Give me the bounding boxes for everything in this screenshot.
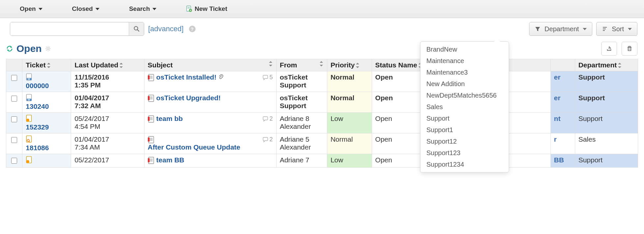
subject-cell[interactable]: After Custom Queue Update2 <box>144 133 276 154</box>
ticket-number-cell[interactable]: 181086 <box>22 133 71 154</box>
nav-search-label: Search <box>129 5 150 12</box>
ticket-number-cell[interactable]: 130240 <box>22 92 71 113</box>
queue-header: Open <box>0 40 644 59</box>
toolbar: [advanced] ? Department Sort <box>0 18 644 40</box>
thread-count: 2 <box>262 115 273 122</box>
subject-cell[interactable]: osTicket Installed!5 <box>144 71 276 92</box>
priority-flag-icon <box>148 157 154 164</box>
delete-button[interactable] <box>622 42 637 56</box>
column-ticket[interactable]: Ticket <box>22 59 71 71</box>
department-menu-item[interactable]: New Addition <box>420 78 509 90</box>
department-menu-item[interactable]: Support12 <box>420 136 509 147</box>
subject-link[interactable]: osTicket Installed! <box>156 73 217 81</box>
table-row: 18108601/04/20177:34 AMAfter Custom Queu… <box>6 133 638 154</box>
export-button[interactable] <box>601 42 617 56</box>
subject-cell[interactable]: team bb2 <box>144 113 276 133</box>
last-updated-cell: 01/04/20177:34 AM <box>71 133 144 154</box>
nav-closed[interactable]: Closed <box>72 5 99 12</box>
department-menu-item[interactable]: BrandNew <box>420 44 509 55</box>
department-cell: Sales <box>575 133 638 154</box>
row-checkbox-cell <box>6 71 22 92</box>
department-cell: Support <box>575 92 638 113</box>
department-menu-item[interactable]: Support <box>420 113 509 124</box>
department-filter-label: Department <box>545 25 579 33</box>
department-menu-item[interactable]: Maintenance3 <box>420 67 509 78</box>
ticket-type-icon <box>26 94 33 101</box>
subject-link[interactable]: team BB <box>156 156 184 164</box>
row-checkbox[interactable] <box>11 137 17 143</box>
department-menu-item[interactable]: Sales <box>420 101 509 113</box>
department-menu-item[interactable]: Support1234 <box>420 159 509 168</box>
column-from[interactable]: From <box>276 59 327 71</box>
subject-link[interactable]: team bb <box>156 115 183 122</box>
caret-down-icon <box>95 8 99 10</box>
sort-arrows-icon <box>120 63 123 68</box>
row-checkbox-cell <box>6 154 22 168</box>
advanced-search-link[interactable]: [advanced] <box>148 25 184 33</box>
department-menu-item[interactable]: NewDept5Matches5656 <box>420 90 509 101</box>
sort-button-label: Sort <box>612 25 624 33</box>
search-input[interactable] <box>10 22 129 35</box>
caret-down-icon <box>583 28 587 30</box>
table-row: 05/22/2017team BBAdriane 7LowOpenBBSuppo… <box>6 154 638 168</box>
gear-icon[interactable] <box>45 46 51 52</box>
from-cell: Adriane 8Alexander <box>276 113 327 133</box>
row-checkbox[interactable] <box>11 96 17 102</box>
nav-open[interactable]: Open <box>20 5 42 12</box>
queue-title: Open <box>16 43 42 54</box>
from-cell: Adriane 7 <box>276 154 327 168</box>
sort-arrows-icon <box>47 63 51 68</box>
ticket-number-cell[interactable]: 152329 <box>22 113 71 133</box>
assignee-cell-partial: er <box>550 71 575 92</box>
priority-flag-icon <box>148 136 154 143</box>
nav-new-ticket[interactable]: New Ticket <box>186 5 227 12</box>
assignee-cell-partial: er <box>550 92 575 113</box>
funnel-icon <box>535 26 541 32</box>
sort-arrows-icon <box>320 61 324 66</box>
subject-link[interactable]: After Custom Queue Update <box>148 143 240 151</box>
department-filter-button[interactable]: Department <box>529 22 593 36</box>
nav-search[interactable]: Search <box>129 5 156 12</box>
column-priority[interactable]: Priority <box>327 59 372 71</box>
column-subject[interactable]: Subject <box>144 59 276 71</box>
help-icon[interactable]: ? <box>189 26 196 32</box>
column-checkbox <box>6 59 22 71</box>
priority-cell: Normal <box>327 133 372 154</box>
department-menu-item[interactable]: Maintenance <box>420 55 509 67</box>
subject-cell[interactable]: osTicket Upgraded! <box>144 92 276 113</box>
priority-cell: Normal <box>327 71 372 92</box>
table-row: 00000011/15/20161:35 PMosTicket Installe… <box>6 71 638 92</box>
assignee-cell-partial: BB <box>550 154 575 168</box>
ticket-type-icon <box>26 115 33 122</box>
row-checkbox[interactable] <box>11 158 17 164</box>
trash-icon <box>627 46 632 52</box>
priority-cell: Low <box>327 154 372 168</box>
priority-flag-icon <box>148 74 154 81</box>
column-last-updated[interactable]: Last Updated <box>71 59 144 71</box>
ticket-type-icon <box>26 73 33 81</box>
ticket-number-cell[interactable] <box>22 154 71 168</box>
last-updated-cell: 05/22/2017 <box>71 154 144 168</box>
ticket-type-icon <box>26 135 33 143</box>
table-row: 15232905/24/20174:54 PMteam bb2Adriane 8… <box>6 113 638 133</box>
thread-count: 5 <box>262 74 273 81</box>
search-button[interactable] <box>129 22 144 35</box>
ticket-number-cell[interactable]: 000000 <box>22 71 71 92</box>
column-department[interactable]: Department <box>575 59 638 71</box>
ticket-number: 130240 <box>26 103 67 110</box>
row-checkbox[interactable] <box>11 116 17 122</box>
from-cell: osTicketSupport <box>276 71 327 92</box>
refresh-icon[interactable] <box>6 45 13 52</box>
ticket-number: 000000 <box>26 82 67 90</box>
sort-button[interactable]: Sort <box>596 22 637 36</box>
ticket-type-icon <box>26 156 33 163</box>
caret-down-icon <box>39 8 42 10</box>
caret-down-icon <box>628 28 632 30</box>
department-menu-item[interactable]: Support123 <box>420 147 509 159</box>
department-menu-item[interactable]: Support1 <box>420 124 509 136</box>
subject-link[interactable]: osTicket Upgraded! <box>156 94 221 102</box>
subject-cell[interactable]: team BB <box>144 154 276 168</box>
search-box <box>10 22 144 36</box>
department-dropdown: BrandNewMaintenanceMaintenance3New Addit… <box>420 41 509 168</box>
row-checkbox[interactable] <box>11 75 17 81</box>
